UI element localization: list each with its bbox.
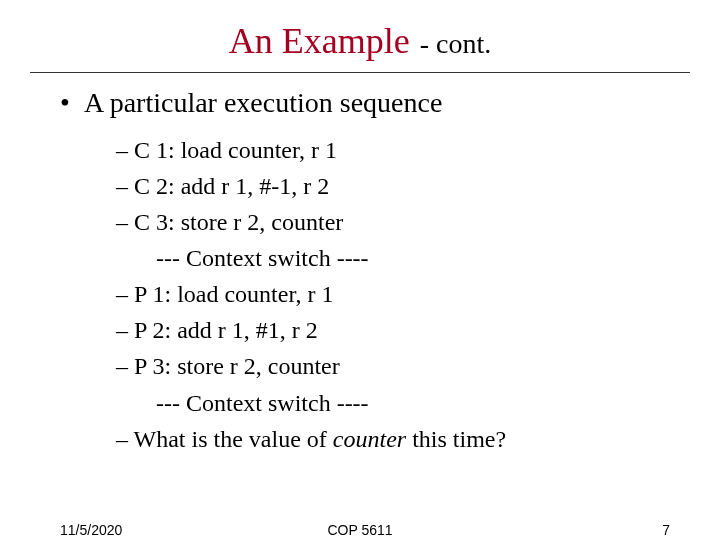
- list-item: – C 3: store r 2, counter: [116, 205, 720, 239]
- list-item: – C 1: load counter, r 1: [116, 133, 720, 167]
- title-main: An Example: [229, 21, 410, 61]
- list-item-question: – What is the value of counter this time…: [116, 422, 720, 456]
- question-prefix: – What is the value of: [116, 426, 333, 452]
- divider: [30, 72, 690, 73]
- sub-list: – C 1: load counter, r 1 – C 2: add r 1,…: [116, 133, 720, 456]
- title-sub: - cont.: [420, 28, 492, 59]
- list-item: – P 1: load counter, r 1: [116, 277, 720, 311]
- main-bullet: •A particular execution sequence: [60, 87, 720, 119]
- list-item: – P 3: store r 2, counter: [116, 349, 720, 383]
- context-switch: --- Context switch ----: [156, 386, 720, 420]
- list-item: – P 2: add r 1, #1, r 2: [116, 313, 720, 347]
- bullet-icon: •: [60, 87, 84, 119]
- context-switch: --- Context switch ----: [156, 241, 720, 275]
- question-emphasis: counter: [333, 426, 406, 452]
- title-row: An Example - cont.: [0, 0, 720, 68]
- slide: An Example - cont. •A particular executi…: [0, 0, 720, 540]
- bullet-text: A particular execution sequence: [84, 87, 442, 118]
- footer-course: COP 5611: [0, 522, 720, 538]
- list-item: – C 2: add r 1, #-1, r 2: [116, 169, 720, 203]
- question-suffix: this time?: [406, 426, 506, 452]
- footer-page: 7: [662, 522, 670, 538]
